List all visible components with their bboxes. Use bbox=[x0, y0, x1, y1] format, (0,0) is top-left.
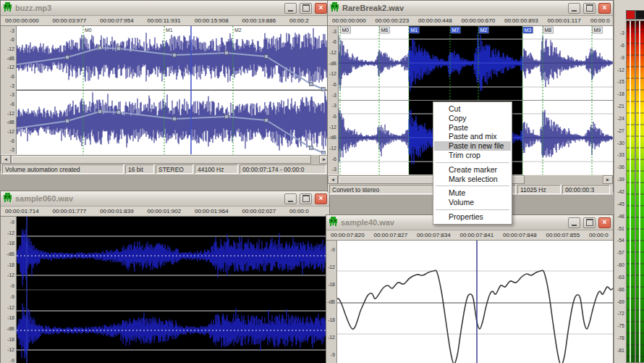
scroll-left-arrow[interactable]: ◄ bbox=[328, 175, 338, 184]
time-ruler[interactable]: 00:00:01:71400:00:01:77700:00:01:83900:0… bbox=[1, 206, 329, 217]
titlebar[interactable]: RareBreak2.wav × bbox=[328, 1, 613, 16]
window-buzz-mp3[interactable]: buzz.mp3 × 00:00:00:00000:00:03:97700:00… bbox=[0, 0, 330, 172]
menu-item-create-marker[interactable]: Create marker bbox=[434, 165, 511, 175]
waveform-display-buzz[interactable]: M0M1M2 bbox=[17, 26, 329, 154]
minimize-button[interactable] bbox=[568, 217, 580, 228]
minimize-button[interactable] bbox=[568, 3, 580, 14]
svg-text:M2: M2 bbox=[234, 28, 242, 33]
db-label: -9 bbox=[10, 283, 14, 288]
window-title: RareBreak2.wav bbox=[342, 4, 565, 12]
menu-item-paste[interactable]: Paste bbox=[434, 123, 511, 133]
meter-db-label: -54 bbox=[617, 238, 624, 243]
window-sample40-wav[interactable]: sample40.wav × 00:00:07:82000:00:07:8270… bbox=[326, 214, 614, 363]
menu-item-copy[interactable]: Copy bbox=[434, 114, 511, 123]
db-label: -12 bbox=[329, 71, 336, 76]
db-label: -12 bbox=[7, 347, 14, 352]
close-button[interactable]: × bbox=[315, 193, 327, 204]
maximize-button[interactable] bbox=[300, 3, 312, 14]
meter-db-label: -57 bbox=[617, 250, 624, 255]
time-label: 00:00:07:848 bbox=[503, 232, 546, 238]
db-label: -18 bbox=[7, 315, 14, 320]
menu-item-mute[interactable]: Mute bbox=[434, 188, 511, 198]
menu-item-mark-selection[interactable]: Mark selection bbox=[434, 175, 511, 184]
db-label: -12 bbox=[7, 111, 14, 116]
db-label: -12 bbox=[329, 50, 336, 55]
maximize-button[interactable] bbox=[583, 217, 596, 228]
db-label: -9 bbox=[331, 352, 335, 357]
waveform-display-sample40[interactable] bbox=[337, 241, 613, 363]
meter-bar-right bbox=[635, 20, 644, 363]
waveform-display-sample060[interactable] bbox=[17, 217, 329, 363]
time-label: 00:00:03:977 bbox=[53, 17, 101, 24]
titlebar[interactable]: buzz.mp3 × bbox=[1, 1, 329, 16]
minimize-button[interactable] bbox=[284, 3, 297, 14]
db-label: -dB bbox=[7, 326, 14, 331]
menu-item-cut[interactable]: Cut bbox=[434, 104, 511, 114]
meter-db-label: -12 bbox=[617, 67, 624, 72]
maximize-button[interactable] bbox=[300, 193, 312, 204]
time-label: 00:00:02:027 bbox=[242, 208, 290, 214]
scroll-left-arrow[interactable]: ◄ bbox=[1, 155, 11, 164]
time-label: 00:00:01:777 bbox=[53, 208, 101, 214]
svg-text:M1: M1 bbox=[411, 28, 418, 33]
meter-db-label: -66 bbox=[617, 287, 624, 292]
titlebar[interactable]: sample060.wav × bbox=[1, 191, 329, 206]
time-label: 00:00:07:841 bbox=[460, 232, 504, 238]
wavosaur-icon bbox=[3, 192, 12, 205]
time-ruler[interactable]: 00:00:00:00000:00:03:97700:00:07:95400:0… bbox=[1, 16, 329, 26]
time-label: 00:00:07:855 bbox=[546, 232, 590, 238]
menu-item-volume[interactable]: Volume bbox=[434, 198, 511, 207]
db-label: -12 bbox=[7, 129, 14, 134]
time-ruler[interactable]: 00:00:07:82000:00:07:82700:00:07:83400:0… bbox=[326, 230, 613, 241]
db-label: -9 bbox=[10, 358, 14, 363]
sample-rate: 11025 Hz bbox=[517, 185, 561, 194]
minimize-button[interactable] bbox=[284, 193, 297, 204]
meter-db-label: -27 bbox=[617, 128, 624, 133]
db-label: -3 bbox=[332, 29, 336, 34]
time-label: 00:00:01:902 bbox=[148, 208, 195, 214]
menu-item-paste-in-new-file[interactable]: Paste in new file bbox=[434, 141, 511, 151]
meter-db-label: -72 bbox=[617, 311, 624, 316]
status-bar: Volume automation created 16 bit STEREO … bbox=[1, 164, 329, 175]
scrollbar-track[interactable] bbox=[11, 155, 319, 164]
maximize-button[interactable] bbox=[583, 3, 596, 14]
db-label: -18 bbox=[7, 337, 14, 342]
menu-item-properties[interactable]: Properties bbox=[434, 212, 511, 222]
clip-indicator-right[interactable] bbox=[635, 10, 644, 20]
scroll-right-arrow[interactable]: ► bbox=[603, 175, 613, 184]
db-label: -18 bbox=[328, 282, 335, 287]
menu-item-trim-crop[interactable]: Trim crop bbox=[434, 151, 511, 160]
db-label: -18 bbox=[7, 241, 14, 246]
close-button[interactable]: × bbox=[598, 3, 611, 14]
window-sample060-wav[interactable]: sample060.wav × 00:00:01:71400:00:01:777… bbox=[0, 191, 330, 363]
svg-text:M9: M9 bbox=[594, 28, 601, 33]
svg-text:M6: M6 bbox=[381, 28, 389, 33]
meter-db-label: -69 bbox=[617, 299, 624, 304]
time-ruler[interactable]: 00:00:00:00000:00:00:22300:00:00:44800:0… bbox=[328, 16, 613, 26]
db-label: -6 bbox=[332, 157, 336, 162]
scrollbar-thumb[interactable] bbox=[11, 155, 311, 164]
time-label: 00:00:0 bbox=[589, 232, 613, 238]
close-button[interactable]: × bbox=[315, 3, 327, 14]
time-label: 00:00:00:893 bbox=[504, 17, 548, 24]
horizontal-scrollbar[interactable]: ◄ ► bbox=[1, 154, 329, 164]
time-label: 00:00:07:827 bbox=[374, 232, 418, 238]
wavosaur-icon bbox=[3, 1, 12, 14]
meter-bar-left bbox=[626, 20, 635, 363]
meter-db-scale: -3-6-9-12-15-18-21-24-27-30-33-36-39-42-… bbox=[614, 30, 624, 353]
db-label: -18 bbox=[328, 317, 335, 322]
db-label: -6 bbox=[10, 101, 14, 107]
menu-item-paste-and-mix[interactable]: Paste and mix bbox=[434, 132, 511, 141]
db-ruler: -9-12-18-dB-18-12-9 -9-12-18-dB-18-12-9 bbox=[1, 217, 17, 363]
bit-depth: 16 bit bbox=[125, 164, 154, 174]
db-label: -12 bbox=[328, 264, 335, 270]
clip-indicator-left[interactable] bbox=[626, 10, 635, 20]
time-label: 00:00:01:117 bbox=[548, 17, 591, 24]
meter-db-label: -24 bbox=[617, 116, 624, 121]
meter-db-label: -30 bbox=[617, 141, 624, 146]
db-ruler: -3-6-12-dB-12-6-3 -3-6-12-dB-12-6-3 bbox=[328, 26, 339, 175]
close-button[interactable]: × bbox=[598, 217, 611, 228]
time-label: 00:00:01:839 bbox=[100, 208, 148, 214]
db-label: -18 bbox=[7, 262, 14, 267]
meter-db-label: -81 bbox=[617, 348, 624, 353]
